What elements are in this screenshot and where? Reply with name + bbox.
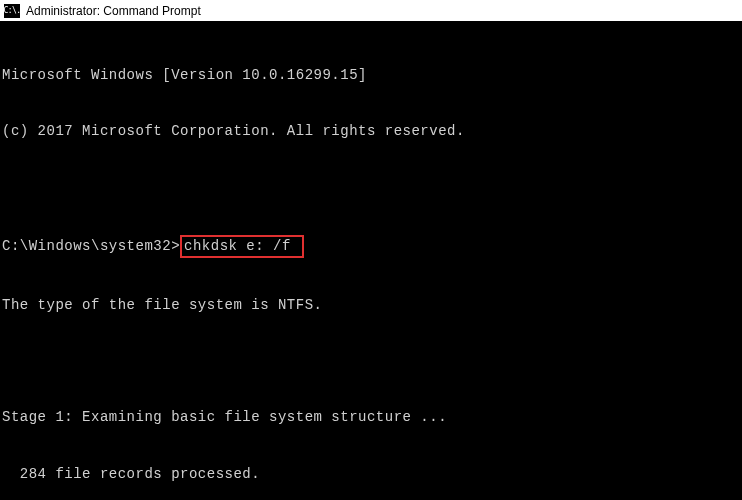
window-title: Administrator: Command Prompt [26,4,201,18]
prompt-path: C:\Windows\system32> [2,237,180,256]
terminal-output[interactable]: Microsoft Windows [Version 10.0.16299.15… [0,22,742,500]
window-titlebar: C:\. Administrator: Command Prompt [0,0,742,22]
blank-line [2,179,742,197]
copyright-line: (c) 2017 Microsoft Corporation. All righ… [2,122,742,141]
command-highlight: chkdsk e: /f [180,235,304,258]
stage1-header: Stage 1: Examining basic file system str… [2,408,742,427]
stage1-l1: 284 file records processed. [2,465,742,484]
fs-type-line: The type of the file system is NTFS. [2,296,742,315]
blank-line [2,352,742,370]
cmd-icon: C:\. [4,4,20,18]
version-line: Microsoft Windows [Version 10.0.16299.15… [2,66,742,85]
command-prompt-line: C:\Windows\system32>chkdsk e: /f [2,235,742,258]
